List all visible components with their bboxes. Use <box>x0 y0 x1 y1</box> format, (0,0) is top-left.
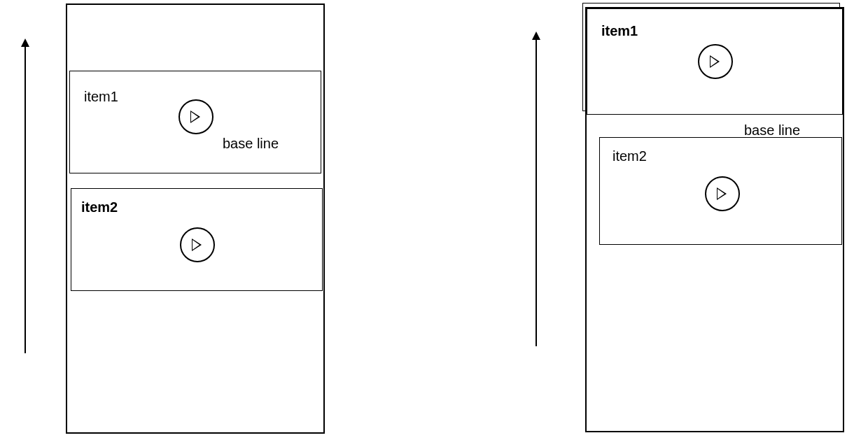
arrow-head-icon <box>21 38 29 47</box>
item-box-2-left: item2 <box>71 188 323 291</box>
item-label-2-left: item2 <box>81 199 118 215</box>
play-icon <box>698 44 733 79</box>
scroll-arrow-right <box>536 38 537 346</box>
item-label-2-right: item2 <box>612 148 647 164</box>
item-box-2-right: item2 <box>599 137 842 245</box>
item-box-1-left: item1 base line <box>69 71 321 173</box>
diagram-left-container: item1 base line item2 <box>66 3 325 434</box>
play-icon <box>705 176 740 211</box>
play-icon <box>178 99 214 134</box>
baseline-label-left: base line <box>223 136 279 152</box>
item-label-1-left: item1 <box>84 89 118 105</box>
diagram-right-container: item1 base line item2 <box>585 7 844 432</box>
play-icon <box>180 227 215 262</box>
baseline-label-right: base line <box>744 122 800 139</box>
scroll-arrow-left <box>24 45 26 353</box>
item-label-1-right: item1 <box>601 23 638 39</box>
arrow-head-icon <box>532 31 540 40</box>
item-box-1-right: item1 <box>587 8 843 115</box>
